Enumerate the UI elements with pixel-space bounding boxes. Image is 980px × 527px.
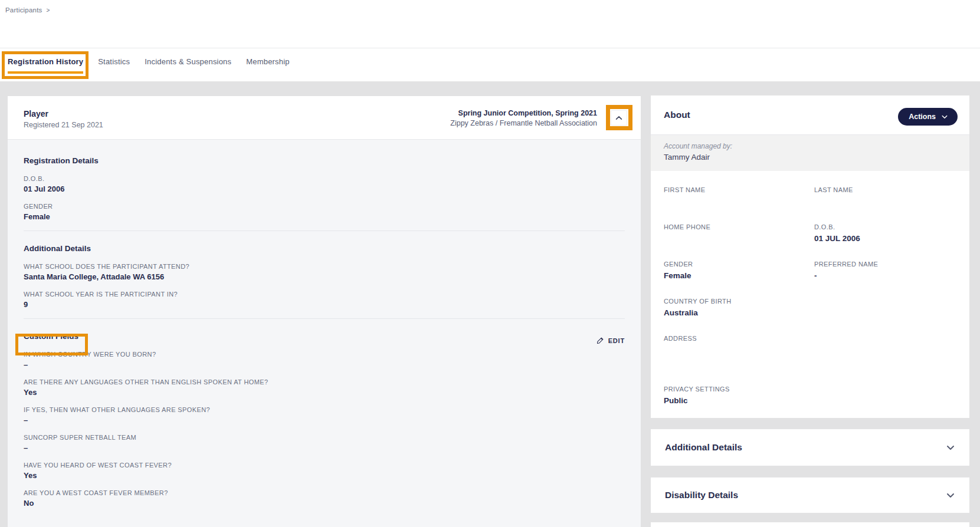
tab-registration-history[interactable]: Registration History — [8, 57, 83, 74]
tab-membership[interactable]: Membership — [246, 57, 290, 71]
field-gender: GENDER Female — [24, 203, 625, 221]
field-label: GENDER — [664, 261, 814, 268]
about-title: About — [664, 110, 690, 120]
field-label: PRIVACY SETTINGS — [664, 386, 814, 393]
chevron-down-icon[interactable] — [946, 490, 955, 500]
field-label: ADDRESS — [664, 335, 814, 342]
field-value: No — [24, 499, 625, 508]
field-value: Yes — [24, 388, 625, 397]
field-value: – — [24, 416, 625, 424]
section-additional-details: Additional Details WHAT SCHOOL DOES THE … — [24, 244, 625, 309]
edit-label: EDIT — [608, 337, 625, 344]
field-label: PREFERRED NAME — [814, 261, 956, 268]
about-card: About Actions Account managed by: Tammy … — [651, 95, 969, 418]
field-label: COUNTRY OF BIRTH — [664, 298, 814, 305]
disability-details-card[interactable]: Disability Details — [651, 477, 969, 513]
field-value: – — [24, 361, 625, 369]
registration-card-header: Player Registered 21 Sep 2021 Spring Jun… — [8, 96, 641, 140]
tab-label: Statistics — [98, 57, 130, 66]
field-school-year: WHAT SCHOOL YEAR IS THE PARTICIPANT IN? … — [24, 291, 625, 309]
field-suncorp-team: SUNCORP SUPER NETBALL TEAM – — [24, 434, 625, 452]
field-value: 01 Jul 2006 — [24, 185, 625, 193]
actions-label: Actions — [909, 113, 936, 121]
field-value — [664, 345, 814, 354]
tab-label: Incidents & Suspensions — [145, 57, 231, 66]
about-field-preferred-name: PREFERRED NAME - — [814, 261, 956, 280]
section-heading: Registration Details — [24, 156, 625, 166]
chevron-down-icon — [941, 113, 948, 120]
about-field-empty — [814, 298, 956, 317]
tab-statistics[interactable]: Statistics — [98, 57, 130, 71]
field-label: HOME PHONE — [664, 223, 814, 230]
tab-label: Membership — [246, 57, 290, 66]
field-label: D.O.B. — [814, 223, 956, 230]
tab-label: Registration History — [8, 57, 83, 66]
field-value: Yes — [24, 472, 625, 480]
actions-button[interactable]: Actions — [898, 108, 958, 126]
about-field-last-name: LAST NAME — [814, 186, 956, 206]
field-value: Female — [664, 271, 814, 280]
field-school: WHAT SCHOOL DOES THE PARTICIPANT ATTEND?… — [24, 263, 625, 281]
account-managed-value: Tammy Adair — [664, 152, 969, 163]
topbar-divider — [0, 48, 980, 48]
about-field-address: ADDRESS — [664, 335, 814, 354]
breadcrumb-participants-link[interactable]: Participants — [5, 6, 42, 14]
section-registration-details: Registration Details D.O.B. 01 Jul 2006 … — [24, 156, 625, 221]
about-field-empty — [814, 386, 956, 405]
field-label: GENDER — [24, 203, 625, 210]
top-bar: Participants > Registration History Stat… — [0, 0, 980, 81]
registration-card: Player Registered 21 Sep 2021 Spring Jun… — [8, 96, 641, 527]
section-heading: Custom Fields — [24, 332, 625, 341]
about-row-gender-preferred: GENDER Female PREFERRED NAME - — [664, 261, 956, 280]
field-label: LAST NAME — [814, 186, 956, 193]
field-value: - — [814, 271, 956, 280]
field-value: Female — [24, 213, 625, 221]
club-association: Zippy Zebras / Fremantle Netball Associa… — [450, 118, 597, 129]
tab-incidents-suspensions[interactable]: Incidents & Suspensions — [145, 57, 231, 71]
field-value — [664, 197, 814, 206]
about-row-address: ADDRESS — [664, 335, 956, 354]
about-field-country-of-birth: COUNTRY OF BIRTH Australia — [664, 298, 814, 317]
about-row-country: COUNTRY OF BIRTH Australia — [664, 298, 956, 317]
collapse-registration-button[interactable] — [611, 110, 627, 126]
competition-name: Spring Junior Competition, Spring 2021 — [450, 108, 597, 118]
field-value: 01 JUL 2006 — [814, 234, 956, 243]
breadcrumb: Participants > — [5, 6, 50, 14]
registration-card-body: Registration Details D.O.B. 01 Jul 2006 … — [8, 140, 641, 527]
section-heading: Additional Details — [24, 244, 625, 253]
edit-custom-fields-button[interactable]: EDIT — [596, 337, 625, 344]
additional-details-title: Additional Details — [665, 442, 742, 453]
about-field-dob: D.O.B. 01 JUL 2006 — [814, 223, 956, 243]
field-country-born: IN WHICH COUNTRY WERE YOU BORN? – — [24, 351, 625, 369]
field-value: 9 — [24, 301, 625, 309]
about-field-first-name: FIRST NAME — [664, 186, 814, 206]
chevron-down-icon[interactable] — [946, 443, 955, 452]
account-managed-strip: Account managed by: Tammy Adair — [651, 135, 969, 171]
field-label: D.O.B. — [24, 175, 625, 182]
section-custom-fields: Custom Fields EDIT IN WHICH COUNTRY WERE… — [24, 332, 625, 508]
about-card-body: FIRST NAME LAST NAME HOME PHONE D.O.B. 0… — [651, 171, 969, 405]
field-value — [814, 197, 956, 206]
chevron-up-icon — [615, 114, 623, 122]
field-label: IF YES, THEN WHAT OTHER LANGUAGES ARE SP… — [24, 406, 625, 413]
field-value: Public — [664, 396, 814, 405]
about-card-header: About Actions — [651, 95, 969, 135]
registration-competition-block: Spring Junior Competition, Spring 2021 Z… — [450, 108, 597, 129]
registration-date: Registered 21 Sep 2021 — [24, 121, 103, 129]
about-field-gender: GENDER Female — [664, 261, 814, 280]
about-field-privacy-settings: PRIVACY SETTINGS Public — [664, 386, 814, 405]
field-dob: D.O.B. 01 Jul 2006 — [24, 175, 625, 193]
field-languages-spoken: IF YES, THEN WHAT OTHER LANGUAGES ARE SP… — [24, 406, 625, 424]
field-label: SUNCORP SUPER NETBALL TEAM — [24, 434, 625, 441]
field-label: WHAT SCHOOL YEAR IS THE PARTICIPANT IN? — [24, 291, 625, 298]
additional-details-card[interactable]: Additional Details — [651, 429, 969, 466]
tab-bar: Registration History Statistics Incident… — [8, 57, 290, 74]
participant-page: Participants > Registration History Stat… — [0, 0, 980, 527]
disability-details-title: Disability Details — [665, 490, 738, 500]
field-label: ARE THERE ANY LANGUAGES OTHER THAN ENGLI… — [24, 378, 625, 386]
field-label: HAVE YOU HEARD OF WEST COAST FEVER? — [24, 462, 625, 469]
field-label: ARE YOU A WEST COAST FEVER MEMBER? — [24, 489, 625, 496]
field-label: WHAT SCHOOL DOES THE PARTICIPANT ATTEND? — [24, 263, 625, 270]
next-card-partial — [651, 522, 969, 527]
field-value — [664, 234, 814, 243]
